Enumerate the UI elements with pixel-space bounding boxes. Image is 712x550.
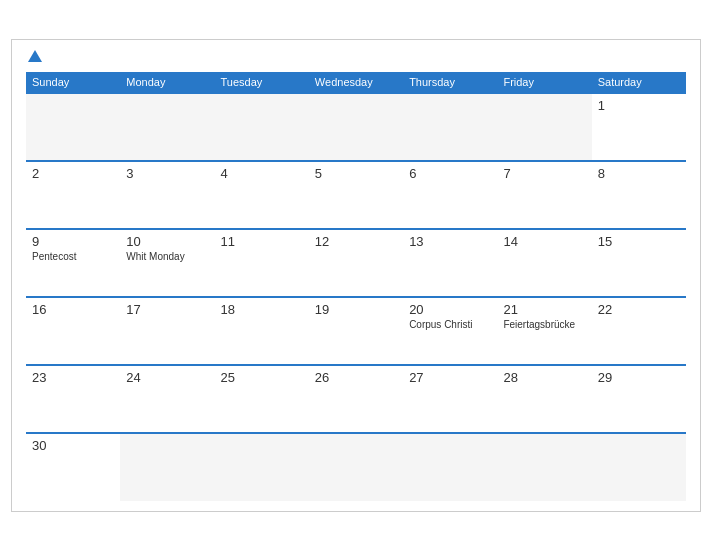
calendar-day-cell: 18 xyxy=(215,297,309,365)
day-number: 8 xyxy=(598,166,680,181)
day-number: 2 xyxy=(32,166,114,181)
day-number: 23 xyxy=(32,370,114,385)
calendar-day-cell: 8 xyxy=(592,161,686,229)
calendar-day-cell: 22 xyxy=(592,297,686,365)
day-number: 12 xyxy=(315,234,397,249)
day-number: 26 xyxy=(315,370,397,385)
calendar-day-cell: 20Corpus Christi xyxy=(403,297,497,365)
calendar-day-cell: 28 xyxy=(497,365,591,433)
calendar-day-cell: 1 xyxy=(592,93,686,161)
calendar-day-cell: 17 xyxy=(120,297,214,365)
calendar-day-cell: 6 xyxy=(403,161,497,229)
day-number: 17 xyxy=(126,302,208,317)
calendar-day-cell xyxy=(497,433,591,501)
day-number: 5 xyxy=(315,166,397,181)
weekday-cell: Saturday xyxy=(592,72,686,93)
calendar-day-cell: 2 xyxy=(26,161,120,229)
day-number: 21 xyxy=(503,302,585,317)
calendar-header xyxy=(26,50,686,62)
calendar-day-cell xyxy=(26,93,120,161)
calendar-day-cell: 13 xyxy=(403,229,497,297)
calendar-day-cell xyxy=(403,93,497,161)
calendar-grid: SundayMondayTuesdayWednesdayThursdayFrid… xyxy=(26,72,686,501)
calendar-day-cell xyxy=(215,433,309,501)
calendar-day-cell: 12 xyxy=(309,229,403,297)
calendar-day-cell: 26 xyxy=(309,365,403,433)
day-number: 15 xyxy=(598,234,680,249)
calendar-week-row: 2345678 xyxy=(26,161,686,229)
calendar-day-cell: 14 xyxy=(497,229,591,297)
day-number: 27 xyxy=(409,370,491,385)
calendar-day-cell: 11 xyxy=(215,229,309,297)
weekday-cell: Wednesday xyxy=(309,72,403,93)
calendar-day-cell: 25 xyxy=(215,365,309,433)
calendar-day-cell xyxy=(497,93,591,161)
calendar-day-cell: 16 xyxy=(26,297,120,365)
day-number: 10 xyxy=(126,234,208,249)
calendar-day-cell xyxy=(309,93,403,161)
calendar-weekday-header: SundayMondayTuesdayWednesdayThursdayFrid… xyxy=(26,72,686,93)
calendar-day-cell: 30 xyxy=(26,433,120,501)
day-number: 28 xyxy=(503,370,585,385)
calendar-day-cell xyxy=(120,433,214,501)
calendar-day-cell xyxy=(403,433,497,501)
weekday-row: SundayMondayTuesdayWednesdayThursdayFrid… xyxy=(26,72,686,93)
calendar-day-cell: 7 xyxy=(497,161,591,229)
day-event: Corpus Christi xyxy=(409,319,491,330)
weekday-cell: Tuesday xyxy=(215,72,309,93)
calendar-day-cell: 10Whit Monday xyxy=(120,229,214,297)
calendar-day-cell xyxy=(309,433,403,501)
calendar-week-row: 1617181920Corpus Christi21Feiertagsbrück… xyxy=(26,297,686,365)
day-number: 24 xyxy=(126,370,208,385)
day-number: 7 xyxy=(503,166,585,181)
logo-triangle-icon xyxy=(28,50,42,62)
day-number: 14 xyxy=(503,234,585,249)
day-number: 19 xyxy=(315,302,397,317)
calendar-container: SundayMondayTuesdayWednesdayThursdayFrid… xyxy=(11,39,701,512)
day-number: 18 xyxy=(221,302,303,317)
day-number: 30 xyxy=(32,438,114,453)
calendar-day-cell: 5 xyxy=(309,161,403,229)
calendar-week-row: 1 xyxy=(26,93,686,161)
weekday-cell: Thursday xyxy=(403,72,497,93)
weekday-cell: Sunday xyxy=(26,72,120,93)
calendar-day-cell xyxy=(215,93,309,161)
weekday-cell: Monday xyxy=(120,72,214,93)
day-number: 16 xyxy=(32,302,114,317)
calendar-week-row: 30 xyxy=(26,433,686,501)
calendar-day-cell: 19 xyxy=(309,297,403,365)
day-event: Feiertagsbrücke xyxy=(503,319,585,330)
day-number: 29 xyxy=(598,370,680,385)
calendar-day-cell: 23 xyxy=(26,365,120,433)
calendar-day-cell: 4 xyxy=(215,161,309,229)
calendar-day-cell: 24 xyxy=(120,365,214,433)
day-event: Pentecost xyxy=(32,251,114,262)
day-number: 4 xyxy=(221,166,303,181)
calendar-day-cell: 27 xyxy=(403,365,497,433)
logo xyxy=(26,50,42,62)
day-number: 6 xyxy=(409,166,491,181)
calendar-day-cell: 3 xyxy=(120,161,214,229)
day-number: 11 xyxy=(221,234,303,249)
calendar-body: 123456789Pentecost10Whit Monday111213141… xyxy=(26,93,686,501)
calendar-day-cell: 9Pentecost xyxy=(26,229,120,297)
day-event: Whit Monday xyxy=(126,251,208,262)
day-number: 3 xyxy=(126,166,208,181)
calendar-day-cell: 21Feiertagsbrücke xyxy=(497,297,591,365)
calendar-day-cell: 29 xyxy=(592,365,686,433)
calendar-day-cell xyxy=(120,93,214,161)
day-number: 22 xyxy=(598,302,680,317)
calendar-day-cell xyxy=(592,433,686,501)
day-number: 25 xyxy=(221,370,303,385)
weekday-cell: Friday xyxy=(497,72,591,93)
calendar-week-row: 9Pentecost10Whit Monday1112131415 xyxy=(26,229,686,297)
day-number: 9 xyxy=(32,234,114,249)
day-number: 20 xyxy=(409,302,491,317)
day-number: 13 xyxy=(409,234,491,249)
calendar-day-cell: 15 xyxy=(592,229,686,297)
calendar-week-row: 23242526272829 xyxy=(26,365,686,433)
day-number: 1 xyxy=(598,98,680,113)
